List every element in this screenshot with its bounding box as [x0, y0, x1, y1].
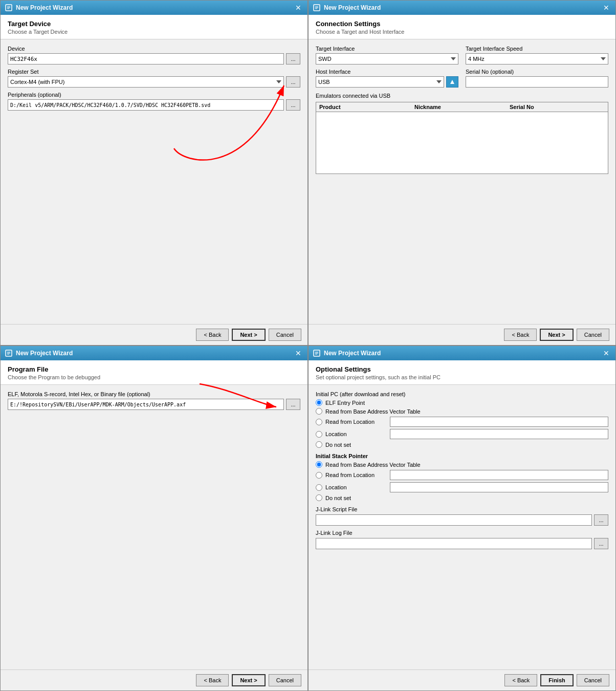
program-header: Program File Choose the Program to be de… — [1, 360, 307, 385]
wizard-icon — [5, 4, 13, 12]
sp-radio-read-location-input[interactable] — [316, 472, 322, 479]
connection-content: Target Interface SWD Target Interface Sp… — [309, 39, 615, 324]
optional-content: Initial PC (after download and reset) EL… — [309, 385, 615, 670]
connection-subtitle: Choose a Target and Host Interface — [316, 29, 608, 35]
target-device-content: Device ... Register Set Cortex-M4 (with … — [1, 39, 307, 324]
program-subtitle: Choose the Program to be debugged — [8, 374, 300, 380]
serial-no-input[interactable] — [466, 76, 608, 88]
sp-radio-location-input[interactable] — [316, 484, 322, 491]
file-browse-button[interactable]: ... — [286, 399, 300, 410]
next-button-tr[interactable]: Next > — [540, 329, 573, 341]
optional-close[interactable]: ✕ — [601, 350, 611, 357]
file-row: ... — [8, 399, 300, 410]
connection-close[interactable]: ✕ — [601, 4, 611, 11]
connection-middle-row: Host Interface USB Serial No (optional) — [316, 69, 608, 88]
usb-indicator — [446, 76, 458, 88]
program-titlebar: New Project Wizard ✕ — [1, 346, 307, 360]
program-wizard-icon — [5, 349, 13, 357]
sp-radio-location-label: Location — [325, 484, 387, 490]
jlink-script-label: J-Link Script File — [316, 506, 608, 512]
peripherals-row: ... — [8, 99, 300, 111]
sp-location-value[interactable] — [390, 482, 608, 492]
target-speed-label: Target Interface Speed — [466, 46, 608, 52]
target-device-close[interactable]: ✕ — [293, 4, 303, 11]
optional-wizard-icon — [313, 349, 321, 357]
radio-location-label: Location — [325, 431, 387, 437]
back-button-bl[interactable]: < Back — [196, 674, 229, 686]
target-device-title: New Project Wizard — [16, 4, 73, 11]
target-speed-select[interactable]: 4 MHz — [466, 53, 608, 64]
peripherals-input[interactable] — [8, 99, 284, 111]
program-content: ELF, Motorola S-record, Intel Hex, or Bi… — [1, 385, 307, 670]
emulators-label: Emulators connected via USB — [316, 93, 608, 99]
radio-elf-entry-input[interactable] — [316, 399, 322, 406]
sp-radio-do-not-set: Do not set — [316, 494, 608, 501]
jlink-script-browse[interactable]: ... — [594, 514, 608, 526]
radio-base-addr-input[interactable] — [316, 408, 322, 415]
connection-heading: Connection Settings — [316, 20, 608, 28]
next-button-tl[interactable]: Next > — [232, 329, 265, 341]
back-button-tl[interactable]: < Back — [196, 329, 229, 341]
back-button-br[interactable]: < Back — [504, 674, 537, 686]
target-interface-select[interactable]: SWD — [316, 53, 458, 64]
connection-wizard-icon — [313, 4, 321, 12]
target-interface-group: Target Interface SWD — [316, 46, 458, 64]
optional-footer: < Back Finish Cancel — [309, 670, 615, 690]
cancel-button-tr[interactable]: Cancel — [577, 329, 609, 341]
target-speed-group: Target Interface Speed 4 MHz — [466, 46, 608, 64]
col-product: Product — [319, 104, 414, 110]
register-label: Register Set — [8, 69, 300, 75]
cancel-button-tl[interactable]: Cancel — [269, 329, 301, 341]
program-file-panel: New Project Wizard ✕ Program File Choose… — [0, 346, 308, 691]
device-browse-button[interactable]: ... — [286, 53, 300, 64]
radio-do-not-set: Do not set — [316, 441, 608, 448]
register-row: Cortex-M4 (with FPU) ... — [8, 76, 300, 88]
radio-read-location: Read from Location — [316, 417, 608, 427]
back-button-tr[interactable]: < Back — [504, 329, 537, 341]
col-nickname: Nickname — [414, 104, 510, 110]
cancel-button-bl[interactable]: Cancel — [269, 674, 301, 686]
radio-location: Location — [316, 429, 608, 439]
host-interface-group: Host Interface USB — [316, 69, 458, 88]
jlink-script-input[interactable] — [316, 514, 592, 526]
svg-marker-8 — [450, 80, 454, 84]
optional-heading: Optional Settings — [316, 365, 608, 373]
sp-radio-location: Location — [316, 482, 608, 492]
program-heading: Program File — [8, 365, 300, 373]
read-location-value[interactable] — [390, 417, 608, 427]
optional-subtitle: Set optional project settings, such as t… — [316, 374, 608, 380]
sp-radio-do-not-set-input[interactable] — [316, 494, 322, 501]
sp-radio-base-addr-input[interactable] — [316, 461, 322, 468]
host-interface-select[interactable]: USB — [316, 76, 444, 88]
radio-read-location-input[interactable] — [316, 419, 322, 425]
radio-do-not-set-input[interactable] — [316, 441, 322, 448]
jlink-script-row: ... — [316, 514, 608, 526]
peripherals-label: Peripherals (optional) — [8, 92, 300, 98]
register-browse-button[interactable]: ... — [286, 76, 300, 88]
peripherals-browse-button[interactable]: ... — [286, 99, 300, 111]
radio-location-input[interactable] — [316, 431, 322, 438]
finish-button-br[interactable]: Finish — [540, 674, 573, 686]
device-label: Device — [8, 46, 300, 52]
device-row: ... — [8, 53, 300, 64]
program-title: New Project Wizard — [16, 350, 73, 357]
emulator-table-header: Product Nickname Serial No — [316, 102, 608, 112]
target-device-heading: Target Device — [8, 20, 300, 28]
serial-no-label: Serial No (optional) — [466, 69, 608, 75]
initial-sp-label: Initial Stack Pointer — [316, 453, 608, 459]
device-input[interactable] — [8, 53, 284, 64]
jlink-log-input[interactable] — [316, 538, 592, 549]
connection-footer: < Back Next > Cancel — [309, 324, 615, 345]
register-select[interactable]: Cortex-M4 (with FPU) — [8, 76, 284, 88]
host-interface-label: Host Interface — [316, 69, 458, 75]
target-interface-label: Target Interface — [316, 46, 458, 52]
cancel-button-br[interactable]: Cancel — [577, 674, 609, 686]
sp-read-location-value[interactable] — [390, 470, 608, 480]
serial-no-group: Serial No (optional) — [466, 69, 608, 88]
program-close[interactable]: ✕ — [293, 350, 303, 357]
jlink-log-browse[interactable]: ... — [594, 538, 608, 549]
location-value[interactable] — [390, 429, 608, 439]
program-footer: < Back Next > Cancel — [1, 670, 307, 690]
next-button-bl[interactable]: Next > — [232, 674, 265, 686]
file-input[interactable] — [8, 399, 284, 410]
